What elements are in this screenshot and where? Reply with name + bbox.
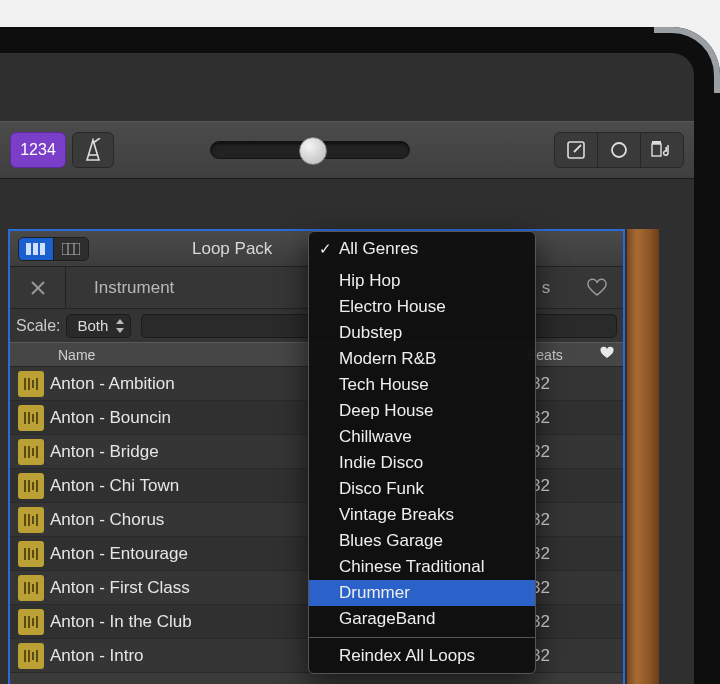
loop-type-icon bbox=[18, 609, 44, 635]
menu-separator bbox=[309, 637, 535, 638]
loop-beats: 32 bbox=[531, 510, 599, 530]
svg-line-0 bbox=[93, 138, 100, 143]
loop-type-icon bbox=[18, 405, 44, 431]
favorite-toggle[interactable] bbox=[599, 409, 623, 427]
heart-icon bbox=[599, 346, 615, 360]
loop-beats: 32 bbox=[531, 544, 599, 564]
menu-item-drummer[interactable]: Drummer bbox=[309, 580, 535, 606]
master-volume-slider[interactable] bbox=[210, 141, 410, 159]
metronome-button[interactable] bbox=[72, 132, 114, 168]
tab-favorites[interactable] bbox=[571, 267, 623, 308]
close-icon bbox=[28, 278, 48, 298]
reset-filters-button[interactable] bbox=[10, 267, 66, 308]
menu-item-electro-house[interactable]: Electro House bbox=[309, 294, 535, 320]
favorite-toggle[interactable] bbox=[599, 647, 623, 665]
header-favorite[interactable] bbox=[591, 346, 623, 363]
loop-icon bbox=[609, 140, 629, 160]
svg-rect-4 bbox=[652, 144, 661, 156]
menu-item-deep-house[interactable]: Deep House bbox=[309, 398, 535, 424]
menu-item-garageband[interactable]: GarageBand bbox=[309, 606, 535, 632]
favorite-toggle[interactable] bbox=[599, 443, 623, 461]
svg-rect-6 bbox=[26, 243, 31, 255]
loop-beats: 32 bbox=[531, 578, 599, 598]
favorite-toggle[interactable] bbox=[599, 477, 623, 495]
metronome-icon bbox=[82, 138, 104, 162]
menu-item-blues-garage[interactable]: Blues Garage bbox=[309, 528, 535, 554]
loop-type-icon bbox=[18, 575, 44, 601]
svg-rect-7 bbox=[33, 243, 38, 255]
favorite-toggle[interactable] bbox=[599, 375, 623, 393]
scale-select[interactable]: Both bbox=[66, 314, 131, 338]
toolbar: 1234 bbox=[0, 121, 694, 179]
loop-beats: 32 bbox=[531, 646, 599, 666]
svg-point-3 bbox=[612, 143, 626, 157]
svg-rect-9 bbox=[62, 243, 80, 255]
menu-item-dubstep[interactable]: Dubstep bbox=[309, 320, 535, 346]
loop-beats: 32 bbox=[531, 442, 599, 462]
loop-beats: 32 bbox=[531, 612, 599, 632]
favorite-toggle[interactable] bbox=[599, 545, 623, 563]
favorite-toggle[interactable] bbox=[599, 511, 623, 529]
menu-item-all-genres[interactable]: All Genres bbox=[309, 236, 535, 262]
device-frame: 1234 bbox=[0, 27, 720, 684]
columns-icon bbox=[26, 243, 46, 255]
genre-menu: All GenresHip HopElectro HouseDubstepMod… bbox=[308, 231, 536, 674]
slider-thumb[interactable] bbox=[299, 137, 327, 165]
loop-type-icon bbox=[18, 541, 44, 567]
menu-item-disco-funk[interactable]: Disco Funk bbox=[309, 476, 535, 502]
grid-icon bbox=[62, 243, 80, 255]
column-view-button[interactable] bbox=[18, 237, 54, 261]
loop-beats: 32 bbox=[531, 374, 599, 394]
view-button-group bbox=[555, 132, 684, 168]
loop-type-icon bbox=[18, 439, 44, 465]
menu-item-chinese-traditional[interactable]: Chinese Traditional bbox=[309, 554, 535, 580]
loop-pack-dropdown[interactable]: Loop Pack bbox=[192, 239, 272, 259]
menu-item-vintage-breaks[interactable]: Vintage Breaks bbox=[309, 502, 535, 528]
loop-beats: 32 bbox=[531, 408, 599, 428]
menu-item-reindex[interactable]: Reindex All Loops bbox=[309, 643, 535, 669]
note-editor-button[interactable] bbox=[554, 132, 598, 168]
loop-browser: Loop Pack Instrument s Scale: Both Name … bbox=[8, 229, 625, 684]
menu-item-chillwave[interactable]: Chillwave bbox=[309, 424, 535, 450]
media-browser-button[interactable] bbox=[640, 132, 684, 168]
svg-rect-8 bbox=[40, 243, 45, 255]
favorite-toggle[interactable] bbox=[599, 579, 623, 597]
media-icon bbox=[651, 140, 673, 160]
view-mode-toggle bbox=[18, 237, 89, 261]
loop-type-icon bbox=[18, 371, 44, 397]
svg-rect-5 bbox=[652, 141, 661, 144]
favorite-toggle[interactable] bbox=[599, 613, 623, 631]
edit-icon bbox=[566, 140, 586, 160]
scale-label: Scale: bbox=[16, 317, 60, 335]
loop-type-icon bbox=[18, 473, 44, 499]
count-in-button[interactable]: 1234 bbox=[10, 132, 66, 168]
loop-type-icon bbox=[18, 507, 44, 533]
menu-item-modern-r-b[interactable]: Modern R&B bbox=[309, 346, 535, 372]
menu-item-hip-hop[interactable]: Hip Hop bbox=[309, 268, 535, 294]
grid-view-button[interactable] bbox=[53, 237, 89, 261]
loop-beats: 32 bbox=[531, 476, 599, 496]
wood-side-panel bbox=[627, 229, 659, 684]
heart-icon bbox=[586, 278, 608, 298]
loop-browser-button[interactable] bbox=[597, 132, 641, 168]
menu-item-tech-house[interactable]: Tech House bbox=[309, 372, 535, 398]
loop-type-icon bbox=[18, 643, 44, 669]
menu-item-indie-disco[interactable]: Indie Disco bbox=[309, 450, 535, 476]
